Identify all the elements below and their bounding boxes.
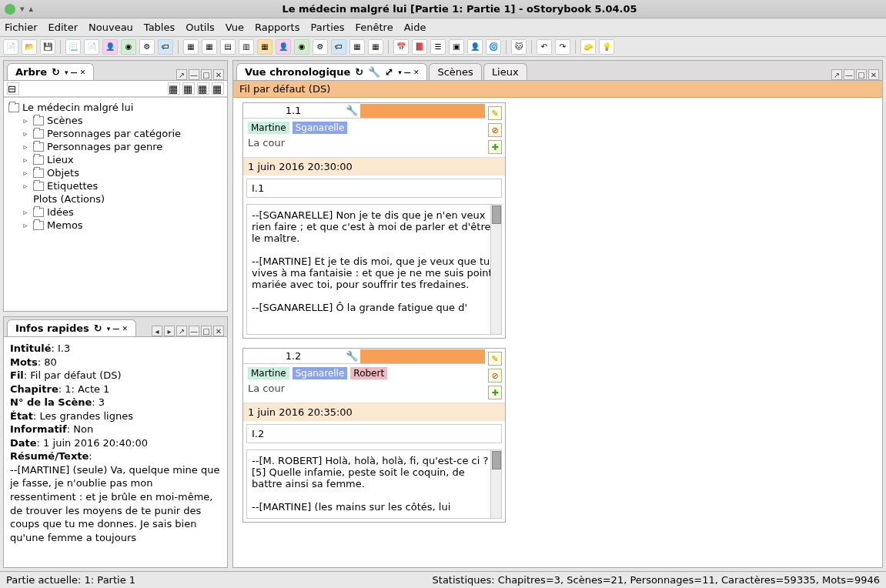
menu-outils[interactable]: Outils — [186, 22, 215, 33]
tree-item-scenes[interactable]: ▹Scènes — [19, 114, 224, 127]
options-icon[interactable]: 🔧 — [368, 66, 380, 78]
tb-person2-icon[interactable]: 👤 — [276, 39, 291, 55]
tb-bulb-icon[interactable]: 💡 — [599, 39, 614, 55]
tree-item-idees[interactable]: ▹Idées — [19, 205, 224, 219]
tb-misc2-icon[interactable]: ▦ — [368, 39, 383, 55]
collapse-icon[interactable]: ▾ — ✕ — [107, 325, 128, 332]
panel-nav-left-icon[interactable]: ◂ — [152, 326, 162, 336]
expand-icon[interactable]: ▹ — [21, 169, 30, 178]
expand-icon[interactable]: ▹ — [21, 116, 30, 125]
menu-aide[interactable]: Aide — [404, 22, 426, 33]
menu-rapports[interactable]: Rapports — [255, 22, 299, 33]
collapse-icon[interactable]: ▾ — ✕ — [65, 68, 85, 76]
expand-icon[interactable]: ▹ — [21, 155, 30, 165]
tb-layers-icon[interactable]: ☰ — [430, 39, 446, 55]
wrench-icon[interactable]: 🔧 — [343, 103, 360, 118]
tree-item-perso-genre[interactable]: ▹Personnages par genre — [19, 140, 224, 153]
add-icon[interactable]: ✚ — [488, 140, 502, 154]
tb-gear-icon[interactable]: ⚙ — [139, 39, 155, 55]
tb-copy-icon[interactable]: 📄 — [84, 39, 99, 55]
view2-icon[interactable]: ▦ — [182, 82, 195, 95]
tb-tag-icon[interactable]: 🏷 — [158, 39, 173, 55]
tb-person3-icon[interactable]: 👤 — [467, 39, 483, 55]
tb-redo-icon[interactable]: ↷ — [555, 39, 570, 55]
tb-tag2-icon[interactable]: 🏷 — [331, 39, 346, 55]
scrollbar-thumb[interactable] — [492, 205, 501, 224]
tb-misc1-icon[interactable]: ▦ — [349, 39, 365, 55]
panel-min-icon[interactable]: — — [844, 69, 854, 80]
tb-location-icon[interactable]: ◉ — [121, 39, 136, 55]
tb-gear2-icon[interactable]: ⚙ — [313, 39, 328, 55]
tb-grid4-icon[interactable]: ▥ — [239, 39, 254, 55]
panel-nav-right-icon[interactable]: ▸ — [164, 326, 175, 336]
menu-vue[interactable]: Vue — [226, 22, 244, 33]
panel-close-icon[interactable]: ✕ — [868, 69, 879, 80]
tb-open-icon[interactable]: 📂 — [22, 39, 37, 55]
character-tag[interactable]: Robert — [350, 367, 387, 379]
scrollbar-thumb[interactable] — [492, 451, 501, 469]
panel-max-icon[interactable]: □ — [201, 69, 212, 80]
tb-grid5-icon[interactable]: ▦ — [257, 39, 272, 55]
collapse-icon[interactable]: ▾ — ✕ — [398, 68, 419, 76]
character-tag[interactable]: Sganarelle — [293, 122, 348, 134]
tb-book-icon[interactable]: 📕 — [412, 39, 427, 55]
tree-mode-icon[interactable]: ⊟ — [7, 82, 19, 95]
tab-scenes[interactable]: Scènes — [429, 63, 481, 80]
tb-grid2-icon[interactable]: ▦ — [202, 39, 217, 55]
tb-save-icon[interactable]: 💾 — [40, 39, 55, 55]
wrench-icon[interactable]: 🔧 — [343, 349, 360, 363]
scrollbar[interactable] — [490, 205, 501, 334]
chrono-body[interactable]: 1.1 🔧 Martine Sganarelle La cour — [233, 98, 882, 567]
tree-item-plots[interactable]: Plots (Actions) — [19, 192, 224, 205]
expand-icon[interactable]: ▹ — [21, 129, 30, 139]
view3-icon[interactable]: ▦ — [197, 82, 209, 95]
add-icon[interactable]: ✚ — [488, 386, 502, 399]
view4-icon[interactable]: ▦ — [212, 82, 224, 95]
tab-arbre[interactable]: Arbre ↻ ▾ — ✕ — [7, 63, 94, 80]
expand-icon[interactable]: ▹ — [21, 221, 30, 230]
character-tag[interactable]: Martine — [248, 367, 289, 379]
panel-close-icon[interactable]: ✕ — [213, 69, 224, 80]
edit-icon[interactable]: ✎ — [488, 352, 502, 366]
menu-nouveau[interactable]: Nouveau — [89, 22, 133, 33]
delete-icon[interactable]: ⊘ — [488, 123, 502, 137]
tb-erase-icon[interactable]: 🧽 — [580, 39, 596, 55]
menu-editer[interactable]: Editer — [48, 22, 79, 33]
tree-item-memos[interactable]: ▹Memos — [19, 219, 224, 232]
tb-misc3-icon[interactable]: ▣ — [449, 39, 464, 55]
panel-close-icon[interactable]: ✕ — [213, 326, 224, 336]
tab-chrono[interactable]: Vue chronologique ↻ 🔧 ⤢ ▾ — ✕ — [236, 63, 427, 80]
menu-parties[interactable]: Parties — [310, 22, 344, 33]
tab-info[interactable]: Infos rapides ↻ ▾ — ✕ — [7, 319, 136, 336]
tb-location2-icon[interactable]: ◉ — [294, 39, 309, 55]
tree-item-objets[interactable]: ▹Objets — [19, 166, 224, 179]
panel-min-icon[interactable]: — — [189, 69, 199, 80]
panel-min-icon[interactable]: — — [189, 326, 199, 336]
zoom-icon[interactable]: ⤢ — [385, 66, 393, 78]
character-tag[interactable]: Martine — [248, 122, 289, 134]
expand-icon[interactable]: ▹ — [21, 182, 30, 191]
panel-max-icon[interactable]: □ — [856, 69, 867, 80]
panel-max-icon[interactable]: □ — [201, 326, 212, 336]
scene-text[interactable]: --[M. ROBERT] Holà, holà, holà, fi, qu'e… — [246, 449, 502, 519]
menu-tables[interactable]: Tables — [144, 22, 175, 33]
view1-icon[interactable]: ▦ — [168, 82, 180, 95]
tb-undo-icon[interactable]: ↶ — [537, 39, 552, 55]
refresh-icon[interactable]: ↻ — [355, 66, 363, 78]
tree-root[interactable]: Le médecin malgré lui — [7, 101, 224, 114]
tab-lieux[interactable]: Lieux — [483, 63, 527, 80]
expand-icon[interactable]: ▹ — [21, 208, 30, 217]
tb-person-icon[interactable]: 👤 — [102, 39, 118, 55]
window-min-icon[interactable]: ▾ — [20, 4, 25, 14]
tree-view[interactable]: Le médecin malgré lui ▹Scènes ▹Personnag… — [4, 97, 227, 311]
edit-icon[interactable]: ✎ — [488, 106, 502, 120]
tb-cal-icon[interactable]: 📅 — [393, 39, 409, 55]
refresh-icon[interactable]: ↻ — [94, 322, 102, 334]
tb-doc-icon[interactable]: 📃 — [65, 39, 81, 55]
panel-detach-icon[interactable]: ↗ — [831, 69, 842, 80]
expand-icon[interactable]: ▹ — [21, 142, 30, 152]
refresh-icon[interactable]: ↻ — [52, 66, 60, 78]
tb-grid1-icon[interactable]: ▦ — [183, 39, 199, 55]
tb-spiral-icon[interactable]: 🌀 — [486, 39, 501, 55]
window-close-icon[interactable] — [5, 4, 15, 15]
